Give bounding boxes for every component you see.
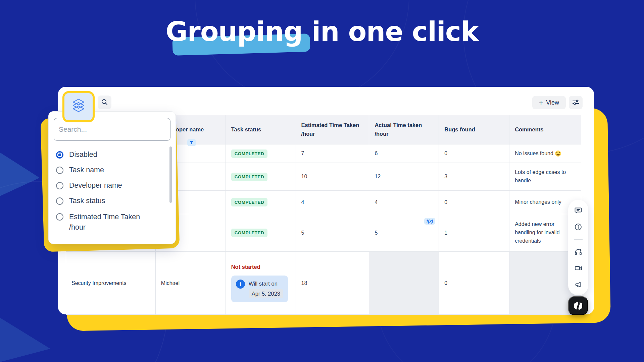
- group-option-disabled[interactable]: Disabled: [56, 147, 157, 163]
- radio-unselected: [56, 197, 63, 205]
- column-header-comments[interactable]: Comments: [509, 115, 581, 144]
- radio-unselected: [56, 182, 63, 189]
- search-button[interactable]: [98, 96, 111, 109]
- column-header-actual-time[interactable]: Actual Time taken /hour: [369, 115, 439, 144]
- formula-badge[interactable]: f(x): [424, 218, 435, 225]
- cell-actual-empty[interactable]: [369, 252, 439, 315]
- radio-unselected: [56, 167, 63, 174]
- group-option-task-status[interactable]: Task status: [56, 193, 157, 209]
- info-icon[interactable]: [574, 223, 582, 231]
- page-title: Grouping in one click: [0, 16, 644, 47]
- status-text: Not started: [231, 264, 260, 270]
- app-logo[interactable]: [568, 296, 588, 315]
- column-header-task-status[interactable]: Task status: [226, 115, 296, 144]
- cell-actual[interactable]: 12: [369, 163, 439, 191]
- info-note-date: Apr 5, 2023: [249, 289, 283, 298]
- cell-status[interactable]: COMPLETED: [226, 163, 296, 191]
- group-option-developer-name[interactable]: Developer name: [56, 178, 157, 193]
- info-note-text: Will start on: [249, 280, 283, 287]
- grouping-button[interactable]: [62, 91, 95, 122]
- dropdown-scrollbar[interactable]: [169, 146, 172, 203]
- grouping-dropdown: Disabled Task name Developer name Task s…: [48, 111, 176, 244]
- floating-side-toolbar: [568, 200, 588, 295]
- cell-actual[interactable]: 4: [369, 191, 439, 214]
- layers-icon: [70, 99, 87, 115]
- cell-estimated[interactable]: 5: [296, 214, 369, 252]
- cell-developer[interactable]: Michael: [156, 252, 226, 315]
- cell-estimated[interactable]: 4: [296, 191, 369, 214]
- plus-icon: +: [539, 99, 543, 106]
- stage: Grouping in one click + View Task name D…: [0, 0, 644, 362]
- cell-status[interactable]: COMPLETED: [226, 191, 296, 214]
- status-info-note: i Will start on Apr 5, 2023: [231, 276, 288, 302]
- cell-bugs[interactable]: 0: [439, 144, 509, 163]
- cell-actual[interactable]: 6: [369, 144, 439, 163]
- comment-icon[interactable]: [574, 206, 582, 215]
- display-settings-button[interactable]: [569, 96, 583, 109]
- cell-status[interactable]: Not started i Will start on Apr 5, 2023: [226, 252, 296, 315]
- cell-estimated[interactable]: 18: [296, 252, 369, 315]
- column-header-bugs-found[interactable]: Bugs found: [439, 115, 509, 144]
- cell-status[interactable]: COMPLETED: [226, 144, 296, 163]
- cell-task-name[interactable]: Security Improvements: [66, 252, 156, 315]
- video-camera-icon[interactable]: [574, 264, 583, 272]
- cell-bugs[interactable]: 1: [439, 214, 509, 252]
- cell-estimated[interactable]: 10: [296, 163, 369, 191]
- cell-bugs[interactable]: 0: [439, 252, 509, 315]
- radio-unselected: [56, 213, 63, 221]
- cell-comment[interactable]: Lots of edge cases to handle: [509, 163, 581, 191]
- magnifier-icon: [101, 99, 108, 107]
- status-badge: COMPLETED: [231, 229, 267, 237]
- radio-selected: [56, 151, 63, 159]
- cell-status[interactable]: COMPLETED: [226, 214, 296, 252]
- cell-comment[interactable]: No issues found: [509, 144, 581, 163]
- cell-bugs[interactable]: 3: [439, 163, 509, 191]
- table-row: Security Improvements Michael Not starte…: [66, 252, 581, 315]
- cell-bugs[interactable]: 0: [439, 191, 509, 214]
- status-badge: COMPLETED: [231, 173, 267, 181]
- column-header-estimated-time[interactable]: Estimated Time Taken /hour: [296, 115, 369, 144]
- status-badge: COMPLETED: [231, 149, 267, 158]
- megaphone-icon[interactable]: [574, 281, 582, 289]
- smiley-emoji: [555, 150, 561, 157]
- info-icon: i: [236, 280, 245, 289]
- sliders-icon: [572, 99, 580, 107]
- headset-icon[interactable]: [574, 248, 582, 256]
- group-option-task-name[interactable]: Task name: [56, 163, 157, 178]
- cell-estimated[interactable]: 7: [296, 144, 369, 163]
- add-view-button[interactable]: + View: [532, 96, 566, 109]
- toolbar-divider: [574, 239, 583, 240]
- view-button-label: View: [546, 99, 559, 106]
- status-badge: COMPLETED: [231, 198, 267, 206]
- cell-actual[interactable]: 5 f(x): [369, 214, 439, 252]
- group-options-list: Disabled Task name Developer name Task s…: [56, 147, 157, 236]
- group-option-estimated-time[interactable]: Estimated Time Taken /hour: [56, 209, 157, 236]
